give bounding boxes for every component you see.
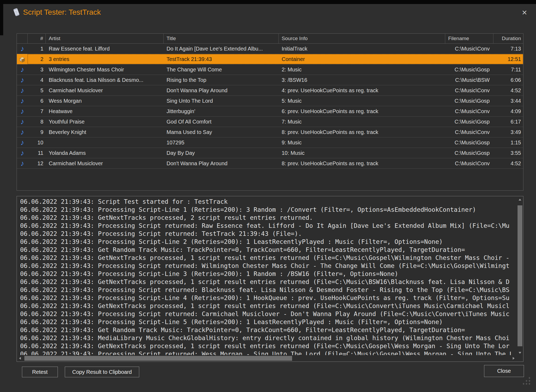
cell-file: C:\Music\Conv [445,85,493,95]
table-row[interactable]: ♪11Yolanda AdamsDay By Day10: MusicC:\Mu… [17,148,523,158]
log-line: 06.06.2022 21:39:43: GetNextTracks proce… [20,342,517,350]
cell-file: C:\Music\Conv [445,44,493,54]
cell-n: 1 [28,44,46,54]
cell-artist: Carmichael Musiclover [46,158,164,168]
resize-grip[interactable] [523,377,532,386]
row-icon-cell: ♪ [17,75,28,85]
cell-dur: 1:15 [493,137,523,148]
cell-dur: 4:52 [493,158,523,168]
table-body: ♪1Raw Essence feat. LiffordDo It Again [… [17,44,523,169]
cell-title: Mama Used to Say [164,127,279,137]
cell-source: 10: Music [279,148,445,158]
table-row[interactable]: 23 entriesTestTrack 21:39:43Container12:… [17,54,523,64]
cell-n: 5 [28,85,46,95]
cell-source: 6: prev. UseHookCuePoints as reg. track [279,106,445,116]
close-icon[interactable]: ✕ [520,8,529,17]
music-note-icon: ♪ [20,138,24,147]
cell-n: 10 [28,137,46,148]
row-icon-cell [17,54,28,64]
log-line: 06.06.2022 21:39:43: GetNextTracks proce… [20,254,517,262]
scroll-left-icon[interactable] [19,357,21,360]
cell-dur: 3:55 [493,148,523,158]
music-note-icon: ♪ [20,65,24,74]
cell-n: 4 [28,75,46,85]
table-row[interactable]: ♪6Wess MorganSing Unto The Lord5: MusicC… [17,96,523,106]
cell-source: Container [279,54,445,64]
table-row[interactable]: ♪9Beverley KnightMama Used to Say8: prev… [17,127,523,137]
column-header-filename[interactable]: Filename [445,34,493,43]
cell-file: C:\Music\Gosp [445,96,493,106]
cell-title: Rising to the Top [164,75,279,85]
cell-source: 8: prev. UseHookCuePoints as reg. track [279,158,445,168]
column-header-duration[interactable]: Duration [493,34,523,43]
log-line: 06.06.2022 21:39:43: GetNextTracks proce… [20,302,517,310]
cell-artist: 3 entries [46,54,164,64]
log-line: 06.06.2022 21:39:43: Processing Script r… [20,286,517,294]
table-row[interactable]: ♪5Carmichael MusicloverDon't Wanna Play … [17,85,523,96]
music-note-icon: ♪ [20,86,24,94]
log-line: 06.06.2022 21:39:43: Processing Script r… [20,230,517,238]
log-output[interactable]: 06.06.2022 21:39:43: Script Test started… [17,196,517,355]
music-note-icon: ♪ [20,128,24,136]
retest-button[interactable]: Retest [22,367,58,377]
row-icon-cell: ♪ [17,158,28,168]
table-row[interactable]: ♪101072959: MusicC:\Music\Gosp1:15 [17,137,523,148]
log-line: 06.06.2022 21:39:43: Processing Script-L… [20,238,517,246]
music-note-icon: ♪ [20,44,24,53]
cell-source: 3: /BSW16 [279,75,445,85]
cell-title: Do It Again [Dave Lee's Extended Albu... [164,44,279,54]
cell-n: 2 [28,54,46,64]
cell-n: 9 [28,127,46,137]
scroll-up-icon[interactable] [519,199,521,201]
cell-source: 4: prev. UseHookCuePoints as reg. track [279,85,445,95]
cell-dur: 3:49 [493,127,523,137]
column-header-artist[interactable]: Artist [46,34,164,43]
row-icon-cell: ♪ [17,137,28,148]
music-note-icon: ♪ [20,149,24,157]
cell-artist: Blacknuss feat. Lisa Nilsson & Desmo... [46,75,164,85]
music-note-icon: ♪ [20,76,24,84]
table-row[interactable]: ♪7HeatwaveJitterbuggin'6: prev. UseHookC… [17,106,523,117]
table-row[interactable]: ♪1Raw Essence feat. LiffordDo It Again [… [17,44,523,54]
cell-artist: Wilmington Chester Mass Choir [46,64,164,75]
column-header-title[interactable]: Title [164,34,279,43]
cell-title: God Of All Comfort [164,117,279,127]
cell-file: C:\Music\Conv [445,158,493,168]
cell-artist: Yolanda Adams [46,148,164,158]
close-button[interactable]: Close [484,365,524,377]
row-icon-cell: ♪ [17,64,28,75]
scroll-right-icon[interactable] [513,357,515,360]
music-note-icon: ♪ [20,117,24,126]
log-line: 06.06.2022 21:39:43: Processing Script r… [20,310,517,318]
cell-title: TestTrack 21:39:43 [164,54,279,64]
cell-file: C:\Music\BSW [445,75,493,85]
cell-artist: Wess Morgan [46,96,164,106]
column-header-number[interactable]: # [28,34,46,43]
table-header-row: # Artist Title Source Info Filename Dura… [17,34,523,44]
log-line: 06.06.2022 21:39:43: MediaLibrary Music … [20,334,517,342]
cell-n: 8 [28,117,46,127]
cell-dur: 7:13 [493,44,523,54]
cell-artist: Carmichael Musiclover [46,85,164,95]
cell-file: C:\Music\Gosp [445,137,493,148]
cell-file: C:\Music\Gosp [445,148,493,158]
table-row[interactable]: ♪3Wilmington Chester Mass ChoirThe Chang… [17,64,523,75]
horizontal-scrollbar[interactable] [17,355,517,362]
cell-file: C:\Music\Gosp [445,64,493,75]
cell-title: The Change Will Come [164,64,279,75]
vertical-scroll-thumb[interactable] [518,205,522,346]
horizontal-scroll-thumb[interactable] [24,356,292,361]
cell-n: 3 [28,64,46,75]
copy-result-button[interactable]: Copy Result to Clipboard [65,367,139,377]
table-row[interactable]: ♪8Youthful PraiseGod Of All Comfort7: Mu… [17,117,523,127]
column-header-icon[interactable] [17,34,28,43]
column-header-source-info[interactable]: Source Info [279,34,445,43]
table-row[interactable]: ♪4Blacknuss feat. Lisa Nilsson & Desmo..… [17,75,523,85]
table-row[interactable]: ♪12Carmichael MusicloverDon't Wanna Play… [17,158,523,169]
cell-file: C:\Music\Conv [445,106,493,116]
log-line: 06.06.2022 21:39:43: GetNextTracks proce… [20,214,517,222]
scroll-down-icon[interactable] [519,352,521,354]
log-line: 06.06.2022 21:39:43: Get Random Track Mu… [20,246,517,254]
window-top-edge [0,0,536,4]
vertical-scrollbar[interactable] [517,196,523,355]
